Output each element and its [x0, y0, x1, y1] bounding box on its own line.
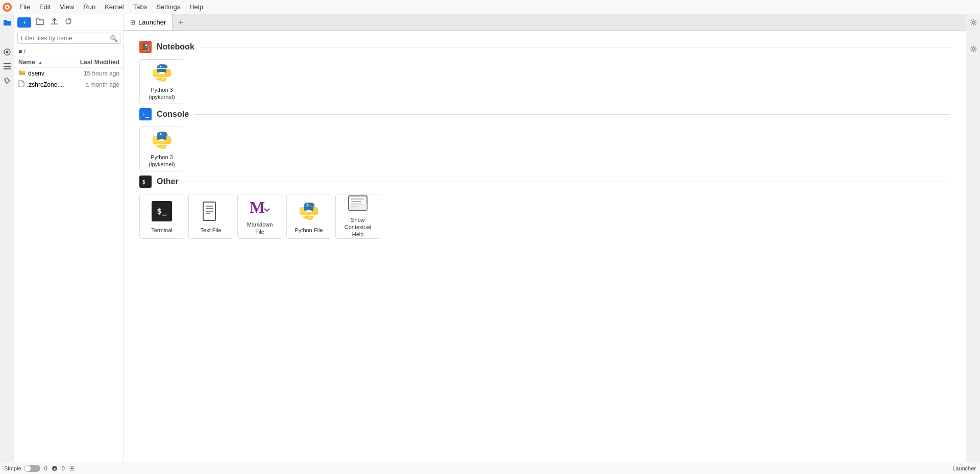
pythonfile-label: Python File	[295, 227, 323, 234]
content-area: ⊞ Launcher + 📓 Notebook	[124, 14, 966, 462]
menu-file[interactable]: File	[15, 2, 34, 12]
notebook-section-title: Notebook	[157, 42, 194, 52]
refresh-button[interactable]	[62, 16, 75, 28]
file-name: .zshrcZone....	[27, 81, 68, 88]
textfile-icon	[199, 199, 223, 223]
column-modified[interactable]: Last Modified	[68, 59, 119, 66]
add-tab-button[interactable]: +	[174, 15, 188, 30]
status-right: Launcher	[952, 465, 976, 471]
notebook-divider	[200, 47, 950, 47]
notebook-python3-card[interactable]: Python 3 (ipykernel)	[139, 59, 184, 104]
status-left: Simple 0 ● 0	[4, 465, 75, 472]
console-section-title: Console	[157, 110, 189, 119]
other-section-icon: $_	[139, 176, 152, 188]
file-panel: + 🔍 ■ / Name ▲ Last Modified	[14, 14, 124, 462]
other-grid: $_ Terminal	[139, 194, 950, 239]
zero-count-1: 0	[44, 465, 47, 471]
svg-rect-6	[4, 66, 11, 67]
textfile-card[interactable]: Text File	[188, 194, 233, 239]
search-icon: 🔍	[110, 35, 118, 42]
notebook-section-icon: 📓	[139, 41, 152, 53]
svg-point-2	[6, 6, 8, 8]
console-section-icon: ›_	[139, 108, 152, 120]
notebook-section-header: 📓 Notebook	[139, 41, 950, 53]
file-icon	[18, 80, 24, 89]
file-modified: a month ago	[68, 81, 119, 88]
markdown-card[interactable]: M Markdown File	[237, 194, 282, 239]
terminal-card[interactable]: $_ Terminal	[139, 194, 184, 239]
python-notebook-icon	[150, 63, 174, 83]
upload-button[interactable]	[48, 16, 60, 28]
menu-edit[interactable]: Edit	[35, 2, 55, 12]
markdown-icon: M	[248, 197, 272, 218]
search-bar: 🔍	[14, 31, 124, 46]
menu-run[interactable]: Run	[79, 2, 100, 12]
search-wrap: 🔍	[17, 33, 120, 44]
pythonfile-icon	[297, 199, 321, 223]
other-section-header: $_ Other	[139, 176, 950, 188]
sort-arrow-icon: ▲	[38, 60, 43, 65]
sidebar-icons	[0, 14, 14, 462]
console-python3-card[interactable]: Python 3 (ipykernel)	[139, 127, 184, 171]
menubar: File Edit View Run Kernel Tabs Settings …	[0, 0, 980, 14]
notebook-section: 📓 Notebook	[139, 41, 950, 104]
menu-view[interactable]: View	[56, 2, 78, 12]
new-folder-button[interactable]	[33, 16, 46, 28]
notebook-python3-label: Python 3 (ipykernel)	[144, 86, 180, 101]
contextual-help-label: Show Contextual Help	[340, 216, 376, 238]
other-section-title: Other	[157, 177, 179, 186]
svg-text:●: ●	[54, 467, 56, 470]
right-edge-panel	[966, 14, 980, 462]
contextual-help-icon	[346, 195, 370, 213]
tab-label: Launcher	[138, 18, 166, 26]
simple-toggle-track[interactable]	[24, 465, 40, 472]
file-name: dsenv	[28, 70, 68, 77]
right-gear-icon-2[interactable]	[967, 43, 979, 55]
zero-count-2: 0	[62, 465, 65, 471]
svg-rect-5	[4, 63, 11, 64]
status-bar: Simple 0 ● 0 Launcher	[0, 462, 980, 474]
console-section-header: ›_ Console	[139, 108, 950, 120]
tab-launcher[interactable]: ⊞ Launcher	[124, 14, 173, 30]
app-logo	[2, 2, 12, 12]
console-divider	[194, 114, 950, 115]
textfile-label: Text File	[201, 227, 222, 234]
sidebar-circle-icon[interactable]	[1, 46, 13, 58]
other-section: $_ Other $_ Terminal	[139, 176, 950, 239]
pythonfile-card[interactable]: Python File	[286, 194, 331, 239]
launcher-content: 📓 Notebook	[124, 31, 966, 462]
notebook-grid: Python 3 (ipykernel)	[139, 59, 950, 104]
simple-label: Simple	[4, 465, 21, 471]
sidebar-list-icon[interactable]	[1, 60, 13, 72]
svg-rect-14	[351, 198, 364, 199]
main-layout: + 🔍 ■ / Name ▲ Last Modified	[0, 14, 980, 462]
launcher-status-right: Launcher	[952, 465, 976, 471]
right-gear-icon-1[interactable]	[967, 16, 979, 29]
contextual-help-card[interactable]: Show Contextual Help	[335, 194, 380, 239]
new-launcher-button[interactable]: +	[17, 17, 31, 28]
svg-rect-18	[349, 204, 367, 210]
sidebar-files-icon[interactable]	[1, 16, 13, 29]
file-item-zshrc[interactable]: .zshrcZone.... a month ago	[14, 79, 124, 90]
sidebar-extensions-icon[interactable]	[1, 74, 13, 87]
search-input[interactable]	[17, 33, 120, 44]
svg-rect-15	[351, 201, 361, 202]
markdown-icon-box: M	[250, 197, 270, 218]
menu-kernel[interactable]: Kernel	[101, 2, 128, 12]
folder-icon	[18, 69, 26, 77]
simple-toggle[interactable]: Simple	[4, 465, 40, 472]
svg-point-4	[6, 51, 8, 54]
menu-help[interactable]: Help	[185, 2, 207, 12]
breadcrumb: ■ /	[14, 46, 124, 57]
menu-tabs[interactable]: Tabs	[129, 2, 151, 12]
file-modified: 15 hours ago	[68, 70, 119, 77]
file-toolbar: +	[14, 14, 124, 31]
terminal-label: Terminal	[151, 227, 173, 234]
file-item-dsenv[interactable]: dsenv 15 hours ago	[14, 68, 124, 79]
circle-count-icon: ●	[52, 465, 58, 471]
console-grid: Python 3 (ipykernel)	[139, 127, 950, 171]
menu-settings[interactable]: Settings	[152, 2, 184, 12]
gear-status-icon	[69, 465, 75, 471]
column-name[interactable]: Name ▲	[18, 59, 68, 66]
console-python3-label: Python 3 (ipykernel)	[144, 154, 180, 168]
